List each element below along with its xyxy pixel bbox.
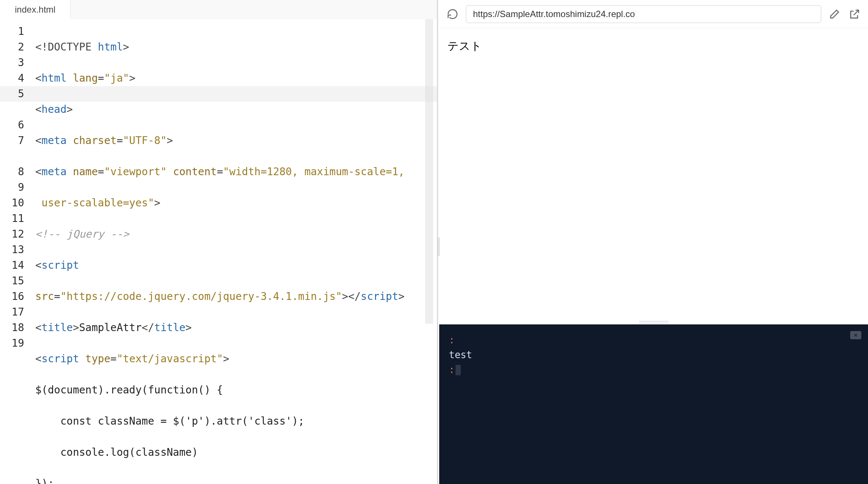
tab-filename: index.html (15, 4, 55, 15)
line-number: 1 (0, 24, 35, 39)
scrollbar[interactable] (425, 19, 433, 324)
line-number: 3 (0, 55, 35, 71)
line-number: 6 (0, 117, 35, 133)
url-input[interactable] (466, 5, 821, 23)
tab-bar: index.html (0, 0, 437, 19)
line-number: 15 (0, 273, 35, 289)
reload-icon[interactable] (446, 7, 459, 21)
line-number: 18 (0, 320, 35, 336)
browser-toolbar (439, 0, 868, 28)
line-number: 7 (0, 133, 35, 148)
line-number: 10 (0, 195, 35, 211)
editor-panel: index.html 1 2 3 4 5 6 7 8 9 10 11 12 13… (0, 0, 438, 484)
line-number: 5 (0, 86, 35, 102)
file-tab[interactable]: index.html (0, 0, 71, 19)
line-number: 12 (0, 226, 35, 242)
clear-console-icon[interactable] (850, 331, 861, 339)
line-number: 2 (0, 39, 35, 55)
line-number: 19 (0, 336, 35, 351)
console-output: test (449, 347, 858, 362)
code-editor[interactable]: 1 2 3 4 5 6 7 8 9 10 11 12 13 14 15 16 1… (0, 19, 437, 484)
console-panel[interactable]: : test : (439, 324, 868, 484)
line-gutter: 1 2 3 4 5 6 7 8 9 10 11 12 13 14 15 16 1… (0, 19, 35, 484)
line-number: 16 (0, 289, 35, 304)
console-prompt: : (449, 364, 455, 375)
line-number: 11 (0, 211, 35, 226)
preview-content: テスト (439, 28, 868, 320)
preview-text: テスト (447, 40, 482, 52)
console-cursor (456, 365, 461, 375)
line-number: 14 (0, 258, 35, 273)
horizontal-splitter[interactable] (439, 320, 868, 324)
edit-icon[interactable] (828, 7, 841, 21)
preview-panel: テスト : test : (439, 0, 868, 484)
line-number: 9 (0, 180, 35, 195)
open-external-icon[interactable] (848, 7, 861, 21)
code-content[interactable]: <!DOCTYPE html> <html lang="ja"> <head> … (35, 19, 437, 484)
line-number: 4 (0, 71, 35, 86)
line-number: 17 (0, 304, 35, 320)
console-prompt: : (449, 334, 455, 346)
line-number: 13 (0, 242, 35, 258)
line-number: 8 (0, 164, 35, 180)
